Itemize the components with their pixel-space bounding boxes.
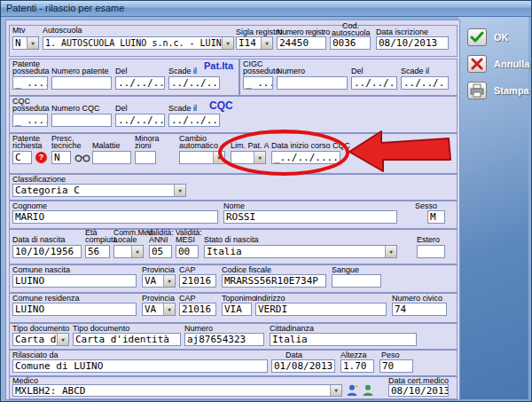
data-cert-medico-field[interactable]: 08/10/2013 bbox=[388, 384, 449, 397]
chevron-down-icon: ▼ bbox=[261, 37, 272, 49]
anni-field[interactable]: 05 bbox=[149, 245, 172, 258]
cqc-scade-label: Scade il bbox=[168, 105, 197, 113]
stampa-button[interactable]: Stampa bbox=[467, 82, 526, 103]
cigc-posseduto-field[interactable]: _ ..... bbox=[243, 76, 273, 90]
anni-label: ANNI bbox=[149, 236, 168, 244]
codice-fiscale-label: Codice fiscale bbox=[222, 266, 271, 274]
minorazioni-field[interactable] bbox=[135, 151, 156, 164]
numero-documento-field[interactable]: aj87654323 bbox=[184, 333, 264, 346]
comune-residenza-field[interactable]: LUINO bbox=[12, 303, 137, 316]
tipo-documento-label: Tipo documento bbox=[73, 325, 129, 333]
cigc-scade-field[interactable]: ../../. bbox=[401, 76, 449, 90]
cigc-del-label: Del bbox=[351, 67, 364, 75]
data-inizio-corso-cqc-field[interactable]: _../../.... bbox=[271, 151, 340, 164]
cittadinanza-label: Cittadinanza bbox=[270, 325, 314, 333]
tipo-documento-select[interactable]: Carta d ▼ bbox=[12, 333, 69, 346]
cap-residenza-field[interactable]: 21016 bbox=[179, 303, 216, 316]
chevron-down-icon: ▼ bbox=[254, 152, 265, 163]
mtv-value: N bbox=[15, 37, 21, 49]
cognome-field[interactable]: MARIO bbox=[12, 210, 218, 224]
chevron-down-icon: ▼ bbox=[213, 152, 224, 163]
sangue-field[interactable] bbox=[332, 274, 381, 288]
cqc-del-field[interactable]: ../../.... bbox=[115, 114, 165, 127]
stampa-label: Stampa bbox=[494, 85, 529, 96]
sigla-registro-label: Sigla registro bbox=[236, 28, 283, 36]
cigc-del-field[interactable]: ../../.... bbox=[351, 76, 397, 90]
medico-value: MXLBH2: ABCD bbox=[15, 385, 85, 397]
cambio-automatico-select[interactable]: ▼ bbox=[179, 151, 225, 164]
data-rilascio-field[interactable]: 01/08/2013 bbox=[271, 359, 335, 373]
cambio-automatico-label-2: automatico bbox=[179, 142, 218, 150]
numero-patente-field[interactable] bbox=[51, 76, 112, 90]
provincia-nascita-label: Provincia bbox=[142, 266, 175, 274]
medico-select[interactable]: MXLBH2: ABCD ▼ bbox=[12, 384, 342, 397]
eta-field[interactable]: 56 bbox=[85, 245, 110, 258]
nome-label: Nome bbox=[223, 202, 245, 210]
ok-button[interactable]: OK bbox=[467, 28, 526, 50]
cqc-scade-field[interactable]: ../../.... bbox=[168, 114, 220, 127]
altezza-field[interactable]: 1.70 bbox=[340, 359, 374, 373]
comune-nascita-field[interactable]: LUINO bbox=[12, 274, 137, 288]
patente-posseduta-field[interactable]: _ ..... bbox=[12, 76, 48, 90]
data-iscrizione-field[interactable]: 08/10/2013 bbox=[376, 36, 449, 50]
printer-icon bbox=[467, 82, 487, 99]
cqc-numero-label: Numero CQC bbox=[51, 105, 100, 113]
toponimo-field[interactable]: VIA bbox=[222, 303, 252, 316]
sesso-field[interactable]: M bbox=[427, 210, 445, 224]
patente-del-label: Del bbox=[115, 67, 128, 75]
cqc-label-2: posseduta bbox=[12, 105, 50, 113]
codice-fiscale-field[interactable]: MRARSS56R10E734P bbox=[222, 274, 326, 288]
cqc-numero-field[interactable] bbox=[51, 114, 112, 127]
check-icon bbox=[467, 28, 487, 46]
mtv-select[interactable]: N ▼ bbox=[12, 36, 39, 50]
comm-med-select[interactable]: ▼ bbox=[113, 245, 144, 258]
malattie-label: Malattie bbox=[92, 142, 121, 150]
patente-richiesta-field[interactable]: C bbox=[12, 151, 32, 164]
peso-label: Peso bbox=[381, 351, 400, 359]
data-nascita-field[interactable]: 10/10/1956 bbox=[12, 245, 82, 258]
estero-field[interactable] bbox=[417, 245, 445, 258]
data-iscrizione-label: Data iscrizione bbox=[376, 28, 428, 36]
nome-field[interactable]: ROSSI bbox=[223, 210, 397, 224]
cigc-numero-field[interactable] bbox=[277, 76, 348, 90]
annulla-button[interactable]: Annulla bbox=[467, 55, 526, 76]
classificazione-select[interactable]: Categoria C ▼ bbox=[12, 184, 186, 197]
mtv-label: Mtv bbox=[12, 27, 26, 35]
patente-scade-field[interactable]: ../../.... bbox=[168, 76, 220, 90]
numero-civico-field[interactable]: 74 bbox=[392, 303, 447, 316]
classificazione-value: Categoria C bbox=[15, 185, 80, 196]
numero-civico-label: Numero civico bbox=[392, 295, 442, 303]
provincia-nascita-select[interactable]: VA ▼ bbox=[142, 274, 176, 288]
tipo-documento-field[interactable]: Carta d'identità bbox=[73, 333, 181, 346]
patente-del-field[interactable]: ../../.... bbox=[115, 76, 165, 90]
autoscuola-value: 1. AUTOSCUOLA LUINO s.n.c. - LUIN bbox=[45, 38, 222, 48]
glasses-icon[interactable] bbox=[74, 154, 90, 162]
cod-autoscuola-field[interactable]: 0036 bbox=[330, 36, 371, 50]
mesi-field[interactable]: 00 bbox=[176, 245, 199, 258]
provincia-nascita-value: VA bbox=[145, 275, 156, 287]
peso-field[interactable]: 70 bbox=[379, 359, 413, 373]
chevron-down-icon: ▼ bbox=[385, 246, 396, 257]
cittadinanza-field[interactable]: Italia bbox=[270, 333, 417, 346]
help-question-icon[interactable]: ? bbox=[35, 152, 47, 163]
cqc-posseduta-field[interactable]: _ ..... bbox=[12, 114, 48, 127]
numero-patente-label: Numero patente bbox=[51, 67, 109, 75]
sigla-registro-select[interactable]: I14 ▼ bbox=[236, 36, 273, 50]
autoscuola-select[interactable]: 1. AUTOSCUOLA LUINO s.n.c. - LUIN ▼ bbox=[43, 36, 234, 50]
malattie-field[interactable] bbox=[92, 151, 131, 164]
cap-nascita-field[interactable]: 21016 bbox=[179, 274, 216, 288]
title-bar[interactable]: Patenti - rilascio per esame bbox=[0, 0, 532, 17]
provincia-residenza-select[interactable]: VA ▼ bbox=[142, 303, 176, 316]
indirizzo-field[interactable]: VERDI bbox=[255, 303, 387, 316]
stato-nascita-select[interactable]: Italia ▼ bbox=[204, 245, 397, 258]
cigc-scade-label: Scade il bbox=[401, 67, 429, 75]
lim-pat-a-select[interactable]: ▼ bbox=[231, 151, 266, 164]
rilasciato-da-field[interactable]: Comune di LUINO bbox=[12, 359, 268, 373]
numero-registro-field[interactable]: 24450 bbox=[277, 36, 326, 50]
comune-residenza-label: Comune residenza bbox=[12, 295, 80, 303]
presc-tecniche-field[interactable]: N bbox=[51, 151, 71, 164]
cap-residenza-label: CAP bbox=[179, 295, 196, 303]
person-edit-icon[interactable] bbox=[362, 383, 375, 397]
person-add-icon[interactable] bbox=[346, 383, 359, 397]
comune-nascita-label: Comune nascita bbox=[12, 266, 70, 274]
